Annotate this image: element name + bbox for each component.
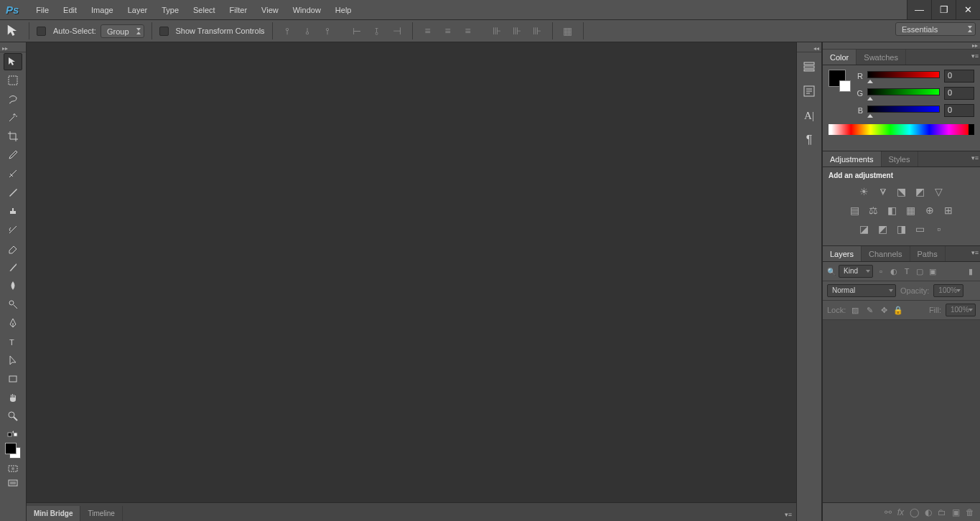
- menu-layer[interactable]: Layer: [121, 3, 155, 17]
- b-value-input[interactable]: 0: [944, 104, 974, 117]
- tab-styles[interactable]: Styles: [882, 151, 918, 166]
- menu-select[interactable]: Select: [186, 3, 223, 17]
- crop-tool[interactable]: [4, 128, 22, 145]
- dodge-tool[interactable]: [4, 296, 22, 313]
- tab-channels[interactable]: Channels: [862, 246, 910, 261]
- curves-icon[interactable]: ⬔: [895, 185, 908, 198]
- auto-select-dropdown[interactable]: Group: [101, 24, 144, 38]
- toolbar-collapse-icon[interactable]: ▸▸: [0, 45, 26, 52]
- lock-all-icon[interactable]: 🔒: [893, 305, 903, 315]
- tab-swatches[interactable]: Swatches: [857, 50, 906, 65]
- canvas-area[interactable]: [27, 42, 796, 521]
- tab-timeline[interactable]: Timeline: [80, 506, 122, 521]
- vibrance-icon[interactable]: ▽: [933, 185, 946, 198]
- layer-fx-icon[interactable]: fx: [897, 507, 904, 517]
- panels-collapse-icon[interactable]: ▸▸: [823, 42, 980, 50]
- foreground-color-swatch[interactable]: [5, 443, 17, 454]
- type-tool[interactable]: T: [4, 333, 22, 350]
- workspace-dropdown[interactable]: Essentials: [895, 22, 976, 36]
- clone-stamp-tool[interactable]: [4, 202, 22, 220]
- adjustments-panel-menu-icon[interactable]: ▾≡: [971, 154, 979, 161]
- minimize-button[interactable]: —: [907, 0, 931, 19]
- distribute-vcenter-icon[interactable]: ≡: [440, 23, 456, 39]
- new-fill-icon[interactable]: ◐: [925, 507, 932, 517]
- magic-wand-tool[interactable]: [4, 109, 22, 126]
- brush-tool[interactable]: [4, 184, 22, 201]
- menu-window[interactable]: Window: [286, 3, 328, 17]
- healing-brush-tool[interactable]: [4, 165, 22, 182]
- blur-tool[interactable]: [4, 277, 22, 294]
- align-vcenter-icon[interactable]: ⫰: [300, 23, 316, 39]
- fill-input[interactable]: 100%: [946, 304, 976, 316]
- menu-file[interactable]: File: [29, 3, 56, 17]
- tab-adjustments[interactable]: Adjustments: [823, 151, 882, 166]
- photo-filter-icon[interactable]: ▦: [905, 204, 918, 217]
- bottom-panel-menu-icon[interactable]: ▾≡: [780, 508, 796, 521]
- menu-type[interactable]: Type: [154, 3, 186, 17]
- filter-shape-icon[interactable]: ▢: [915, 266, 925, 276]
- blend-mode-dropdown[interactable]: Normal: [827, 284, 896, 297]
- color-lookup-icon[interactable]: ⊞: [942, 204, 955, 217]
- layer-mask-icon[interactable]: ◯: [910, 507, 919, 517]
- pen-tool[interactable]: [4, 314, 22, 332]
- color-foreground-swatch[interactable]: [829, 70, 846, 87]
- menu-view[interactable]: View: [254, 3, 286, 17]
- link-layers-icon[interactable]: ⚯: [885, 507, 892, 517]
- distribute-bottom-icon[interactable]: ≡: [460, 23, 476, 39]
- history-panel-icon[interactable]: [799, 57, 819, 77]
- lock-pixels-icon[interactable]: ✎: [864, 305, 874, 315]
- filter-pixel-icon[interactable]: ▫: [876, 266, 886, 276]
- filter-smart-icon[interactable]: ▣: [928, 266, 938, 276]
- hand-tool[interactable]: [4, 389, 22, 406]
- distribute-top-icon[interactable]: ≡: [420, 23, 436, 39]
- maximize-button[interactable]: ❐: [931, 0, 956, 19]
- zoom-tool[interactable]: [4, 408, 22, 425]
- posterize-icon[interactable]: ◩: [877, 222, 890, 235]
- filter-adjust-icon[interactable]: ◐: [889, 266, 899, 276]
- layers-list[interactable]: [823, 320, 980, 502]
- new-group-icon[interactable]: 🗀: [938, 507, 946, 517]
- color-balance-icon[interactable]: ⚖: [867, 204, 880, 217]
- distribute-hcenter-icon[interactable]: ⊪: [509, 23, 525, 39]
- tab-color[interactable]: Color: [823, 50, 857, 65]
- properties-panel-icon[interactable]: [799, 81, 819, 101]
- show-transform-checkbox[interactable]: [159, 27, 169, 36]
- character-panel-icon[interactable]: A|: [799, 105, 819, 126]
- tab-mini-bridge[interactable]: Mini Bridge: [27, 506, 80, 521]
- delete-layer-icon[interactable]: 🗑: [966, 507, 974, 517]
- layer-filter-dropdown[interactable]: Kind: [839, 265, 873, 278]
- new-layer-icon[interactable]: ▣: [952, 507, 960, 517]
- strip-collapse-icon[interactable]: ◂◂: [797, 45, 821, 52]
- align-bottom-icon[interactable]: ⫯: [320, 23, 336, 39]
- selective-color-icon[interactable]: ▫: [933, 222, 946, 235]
- menu-help[interactable]: Help: [328, 3, 359, 17]
- move-tool[interactable]: [4, 53, 22, 70]
- filter-toggle-icon[interactable]: ▮: [966, 266, 976, 276]
- filter-type-icon[interactable]: T: [902, 266, 912, 276]
- lock-transparency-icon[interactable]: ▨: [850, 305, 860, 315]
- align-hcenter-icon[interactable]: ⫱: [369, 23, 385, 39]
- gradient-tool[interactable]: [4, 258, 22, 276]
- menu-edit[interactable]: Edit: [56, 3, 84, 17]
- hue-sat-icon[interactable]: ▤: [849, 204, 862, 217]
- close-button[interactable]: ✕: [956, 0, 980, 19]
- align-right-icon[interactable]: ⊣: [389, 23, 405, 39]
- screen-mode-tool[interactable]: [4, 477, 22, 489]
- b-slider[interactable]: [867, 105, 940, 116]
- threshold-icon[interactable]: ◨: [895, 222, 908, 235]
- bw-icon[interactable]: ◧: [886, 204, 899, 217]
- swap-colors-icon[interactable]: [4, 429, 22, 439]
- color-spectrum[interactable]: [829, 124, 974, 135]
- brightness-icon[interactable]: ☀: [858, 185, 871, 198]
- levels-icon[interactable]: ⛛: [877, 185, 890, 198]
- r-value-input[interactable]: 0: [944, 70, 974, 83]
- rectangle-tool[interactable]: [4, 370, 22, 388]
- channel-mixer-icon[interactable]: ⊕: [923, 204, 936, 217]
- gradient-map-icon[interactable]: ▭: [914, 222, 927, 235]
- lock-position-icon[interactable]: ✥: [879, 305, 889, 315]
- path-selection-tool[interactable]: [4, 352, 22, 369]
- lasso-tool[interactable]: [4, 90, 22, 108]
- align-left-icon[interactable]: ⊢: [349, 23, 365, 39]
- tab-layers[interactable]: Layers: [823, 246, 862, 261]
- r-slider[interactable]: [867, 71, 940, 81]
